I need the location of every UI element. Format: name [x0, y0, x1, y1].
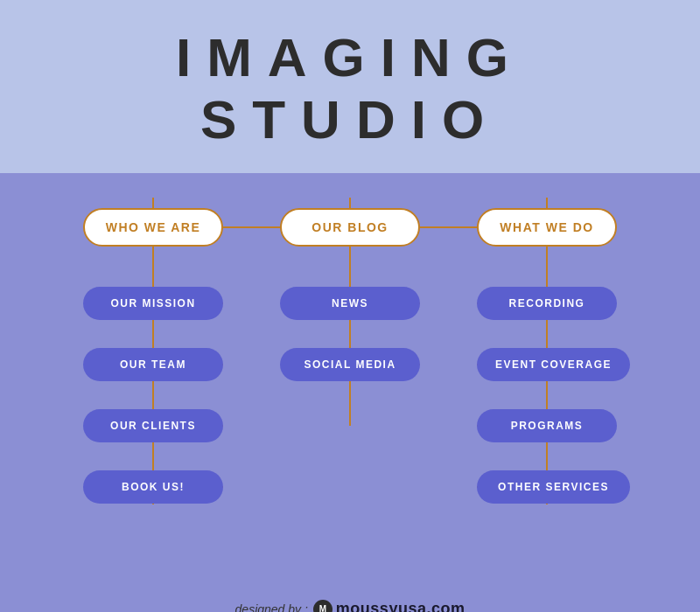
node-recording-label: RECORDING — [509, 297, 585, 309]
node-programs-label: PROGRAMS — [511, 420, 584, 432]
node-other-services[interactable]: OTHER SERVICES — [477, 470, 630, 504]
node-social-media-label: SOCIAL MEDIA — [304, 358, 396, 371]
node-our-clients-label: OUR CLIENTS — [110, 420, 196, 432]
node-recording[interactable]: RECORDING — [477, 287, 617, 320]
node-who-we-are[interactable]: WHO WE ARE — [83, 208, 223, 247]
logo-icon: M — [313, 600, 332, 612]
node-news-label: NEWS — [332, 297, 368, 309]
node-our-mission[interactable]: OUR MISSION — [83, 287, 223, 320]
node-event-coverage[interactable]: EVENT COVERAGE — [477, 348, 630, 381]
node-who-we-are-label: WHO WE ARE — [106, 220, 201, 234]
node-event-coverage-label: EVENT COVERAGE — [495, 358, 612, 371]
org-chart: WHO WE ARE OUR BLOG WHAT WE DO OUR MISSI… — [0, 173, 700, 612]
node-what-we-do-label: WHAT WE DO — [500, 220, 593, 234]
node-our-clients[interactable]: OUR CLIENTS — [83, 409, 223, 442]
title-line1: IMAGING — [176, 27, 524, 87]
node-programs[interactable]: PROGRAMS — [477, 409, 617, 442]
header: IMAGING STUDIO — [0, 0, 700, 173]
node-our-mission-label: OUR MISSION — [110, 297, 195, 309]
node-our-team-label: OUR TEAM — [120, 358, 186, 371]
footer: designed by : M moussyusa.com — [0, 600, 700, 612]
node-our-blog-label: OUR BLOG — [312, 220, 388, 234]
node-book-us[interactable]: BOOK US! — [83, 470, 223, 504]
node-news[interactable]: NEWS — [280, 287, 420, 320]
node-our-blog[interactable]: OUR BLOG — [280, 208, 420, 247]
page-title: IMAGING STUDIO — [18, 26, 682, 151]
node-other-services-label: OTHER SERVICES — [498, 481, 609, 493]
title-line2: STUDIO — [200, 89, 500, 150]
node-our-team[interactable]: OUR TEAM — [83, 348, 223, 381]
node-what-we-do[interactable]: WHAT WE DO — [477, 208, 617, 247]
footer-site: moussyusa.com — [336, 600, 466, 612]
main-content: WHO WE ARE OUR BLOG WHAT WE DO OUR MISSI… — [0, 173, 700, 612]
footer-logo: M moussyusa.com — [313, 600, 466, 612]
node-book-us-label: BOOK US! — [122, 481, 185, 493]
footer-label: designed by : — [235, 602, 308, 612]
node-social-media[interactable]: SOCIAL MEDIA — [280, 348, 420, 381]
